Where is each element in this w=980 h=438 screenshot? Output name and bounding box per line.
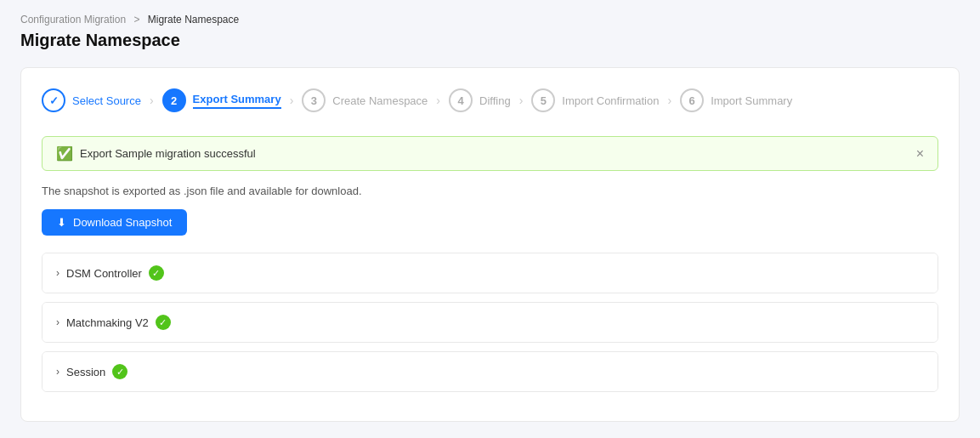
snapshot-description: The snapshot is exported as .json file a… (42, 185, 938, 197)
chevron-right-icon-matchmaking: › (56, 316, 59, 328)
step-arrow-5: › (667, 94, 671, 107)
collapsible-title-session: Session (66, 366, 105, 378)
download-icon: ⬇ (57, 216, 66, 229)
step-circle-import-confirmation: 5 (531, 88, 555, 112)
success-message: Export Sample migration successful (80, 147, 256, 160)
collapsible-header-dsm-controller[interactable]: › DSM Controller ✓ (42, 253, 938, 293)
step-arrow-2: › (290, 94, 294, 107)
close-banner-button[interactable]: × (916, 147, 924, 161)
step-arrow-1: › (150, 94, 154, 107)
breadcrumb-separator: > (133, 14, 139, 26)
step-label-import-summary: Import Summary (711, 94, 792, 107)
step-import-confirmation[interactable]: 5 Import Confirmation (531, 88, 659, 112)
step-circle-create-namespace: 3 (302, 88, 326, 112)
step-arrow-3: › (436, 94, 440, 107)
step-circle-import-summary: 6 (680, 88, 704, 112)
step-circle-select-source: ✓ (42, 88, 65, 112)
step-arrow-4: › (519, 94, 524, 107)
step-circle-export-summary: 2 (162, 88, 186, 112)
success-circle-icon: ✅ (56, 145, 73, 162)
check-icon-dsm: ✓ (149, 265, 164, 281)
collapsible-title-matchmaking: Matchmaking V2 (66, 316, 149, 329)
download-button-label: Download Snapshot (73, 216, 172, 229)
step-label-diffing: Diffing (479, 94, 511, 107)
step-label-create-namespace: Create Namespace (332, 94, 428, 107)
step-label-import-confirmation: Import Confirmation (562, 94, 659, 107)
main-card: ✓ Select Source › 2 Export Summary › 3 C… (20, 67, 960, 422)
breadcrumb-parent[interactable]: Configuration Migration (20, 14, 126, 26)
page-title: Migrate Namespace (20, 31, 960, 50)
step-diffing[interactable]: 4 Diffing (449, 88, 511, 112)
breadcrumb-current: Migrate Namespace (148, 14, 239, 26)
collapsible-item-session: › Session ✓ (42, 351, 938, 392)
step-select-source[interactable]: ✓ Select Source (42, 88, 141, 112)
chevron-right-icon-dsm: › (56, 267, 59, 279)
success-banner-left: ✅ Export Sample migration successful (56, 145, 256, 162)
success-banner: ✅ Export Sample migration successful × (42, 136, 938, 171)
breadcrumb: Configuration Migration > Migrate Namesp… (20, 14, 960, 26)
page-wrapper: Configuration Migration > Migrate Namesp… (0, 0, 980, 438)
collapsible-list: › DSM Controller ✓ › Matchmaking V2 ✓ › … (42, 253, 938, 392)
check-icon-matchmaking: ✓ (156, 315, 171, 330)
download-snapshot-button[interactable]: ⬇ Download Snapshot (42, 209, 187, 236)
step-label-export-summary: Export Summary (193, 93, 281, 109)
step-export-summary[interactable]: 2 Export Summary (162, 88, 281, 112)
chevron-right-icon-session: › (56, 366, 59, 378)
collapsible-title-dsm: DSM Controller (66, 267, 142, 280)
collapsible-item-matchmaking: › Matchmaking V2 ✓ (42, 302, 938, 343)
collapsible-header-session[interactable]: › Session ✓ (42, 352, 938, 391)
collapsible-header-matchmaking[interactable]: › Matchmaking V2 ✓ (42, 303, 938, 342)
step-import-summary[interactable]: 6 Import Summary (680, 88, 792, 112)
step-create-namespace[interactable]: 3 Create Namespace (302, 88, 428, 112)
step-label-select-source: Select Source (72, 94, 141, 107)
check-icon-session: ✓ (112, 364, 127, 379)
step-circle-diffing: 4 (449, 88, 473, 112)
collapsible-item-dsm-controller: › DSM Controller ✓ (42, 253, 938, 293)
stepper: ✓ Select Source › 2 Export Summary › 3 C… (42, 88, 938, 112)
